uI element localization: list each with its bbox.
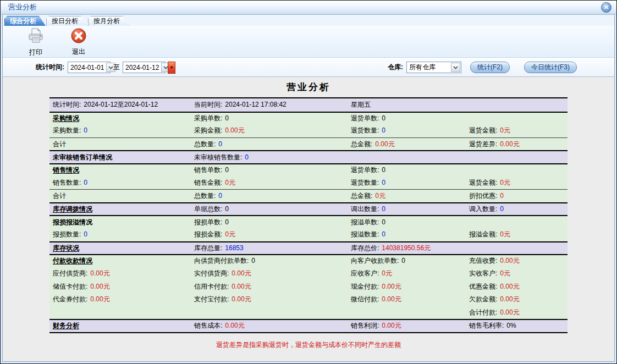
- report-cell: 星期五: [348, 100, 466, 109]
- cell-label: 合计: [53, 140, 66, 148]
- exit-icon: [70, 27, 87, 46]
- cell-value: 0: [382, 230, 385, 238]
- cell-label: 付款收款情况: [53, 257, 92, 264]
- cell-value: 0.00元: [375, 140, 394, 148]
- cell-label: 报损报溢情况: [53, 218, 92, 226]
- cell-value: 0.00元: [500, 308, 519, 316]
- cell-label: 退货金额:: [469, 179, 497, 186]
- report-cell: 总数量:0: [191, 140, 348, 149]
- tab-daily-analysis[interactable]: 按日分析: [46, 16, 87, 26]
- tab-comprehensive-analysis[interactable]: 综合分析: [4, 16, 46, 26]
- report-cell: 充值收费:0.00元: [466, 256, 568, 266]
- cell-label: 储值卡付款:: [53, 283, 87, 290]
- date-picker-button[interactable]: ▼: [168, 62, 175, 74]
- cell-label: 退货单数:: [351, 114, 379, 122]
- date-to-select[interactable]: 2024-01-12: [123, 62, 166, 73]
- cell-value: 0: [245, 153, 249, 161]
- report-cell: 欠款金额:0.00元: [466, 295, 568, 304]
- cell-label: 库存总量:: [194, 244, 222, 252]
- report-cell: 应付供货商:0.00元: [49, 269, 191, 278]
- cell-label: 报损金额:: [194, 230, 222, 238]
- report-cell: 采购单数:0: [191, 114, 348, 123]
- cell-value: 0.00元: [500, 283, 519, 290]
- cell-label: 库存状况: [53, 244, 79, 252]
- report-cell: 库存调拨情况: [49, 205, 191, 214]
- cell-label: 优惠金额:: [469, 283, 497, 290]
- report-cell: 总数量:0: [191, 191, 348, 201]
- cell-label: 支付宝付款:: [194, 295, 229, 303]
- cell-value: 0: [382, 218, 385, 226]
- cell-label: 当前时间:: [194, 101, 222, 108]
- printer-icon: [27, 27, 45, 47]
- cell-label: 未审核销售数量:: [194, 153, 242, 161]
- cell-value: 0.00元: [500, 257, 519, 264]
- report-cell: 报溢单数:0: [348, 218, 466, 227]
- cell-label: 总金额:: [351, 140, 372, 148]
- date-to-value: 2024-01-12: [123, 64, 161, 71]
- tab-strip: 综合分析 按日分析 按月分析: [3, 15, 614, 26]
- cell-label: 报溢金额:: [469, 230, 497, 238]
- report-cell: 销售单数:0: [191, 166, 348, 175]
- report-cell: 应收客户:0元: [348, 269, 466, 278]
- cell-value: 0: [251, 257, 255, 264]
- report-cell: 销售金额:0元: [191, 178, 348, 187]
- stat-button[interactable]: 统计(F2): [470, 62, 510, 73]
- cell-value: 0.00元: [232, 295, 251, 303]
- report-cell: 实付供货商:0.00元: [191, 269, 348, 278]
- report-cell: 付款收款情况: [49, 256, 191, 266]
- report-row: 库存调拨情况单据总数:0调出数量:0调入数量:0: [49, 202, 568, 216]
- cell-label: 未审核销售订单情况: [53, 153, 112, 161]
- report-cell: 报溢数量:0: [348, 230, 466, 239]
- cell-label: 退货数量:: [351, 126, 379, 134]
- cell-label: 销售单数:: [194, 166, 222, 174]
- cell-value: 0: [382, 126, 385, 134]
- cell-label: 退货金额:: [469, 126, 497, 134]
- cell-label: 实收客户:: [469, 269, 497, 277]
- report-cell: 总金额:0元: [348, 191, 466, 201]
- cell-value: 0.00元: [500, 295, 519, 303]
- close-button[interactable]: ✕: [601, 2, 612, 13]
- report-cell: 退货单数:0: [348, 166, 466, 175]
- cell-value: 0: [382, 166, 385, 174]
- report-cell: 退货差异:0.00元: [466, 140, 568, 149]
- chevron-down-icon[interactable]: [451, 63, 460, 72]
- report-row: 报损报溢情况报损单数:0报溢单数:0: [49, 215, 568, 228]
- report-cell: 合计: [49, 191, 191, 201]
- cell-value: 0.00元: [225, 322, 244, 329]
- cell-label: 调入数量:: [469, 205, 497, 213]
- report-cell: 总金额:0.00元: [348, 140, 466, 149]
- date-from-select[interactable]: 2024-01-01: [68, 62, 111, 73]
- cell-value: 140381950.56元: [382, 244, 431, 252]
- cell-value: 0.00元: [382, 283, 401, 290]
- cell-value: 0: [225, 114, 229, 122]
- report-cell: 调入数量:0: [466, 205, 568, 214]
- cell-label: 单据总数:: [194, 205, 222, 213]
- warehouse-select[interactable]: 所有仓库: [406, 62, 461, 73]
- cell-value: 0: [225, 205, 229, 213]
- cell-label: 欠款金额:: [469, 295, 497, 303]
- report-cell: 采购情况: [49, 114, 191, 123]
- report-cell: 库存状况: [49, 244, 191, 253]
- cell-label: 采购单数:: [194, 114, 222, 122]
- cell-value: 0.00元: [90, 269, 109, 277]
- warehouse-label: 仓库:: [388, 63, 403, 72]
- cell-label: 采购金额:: [194, 126, 222, 134]
- report-cell: 库存总价:140381950.56元: [348, 244, 466, 253]
- report-cell: 合计: [49, 140, 191, 149]
- report-cell: 销售数量:0: [49, 178, 191, 187]
- stat-time-label: 统计时间:: [36, 63, 64, 72]
- exit-button[interactable]: 退出: [67, 27, 91, 57]
- tab-monthly-analysis[interactable]: 按月分析: [88, 16, 129, 26]
- triangle-down-icon: ▼: [170, 65, 174, 69]
- cell-value: 0: [84, 179, 87, 186]
- report-row: 统计时间:2024-01-12至2024-01-12当前时间:2024-01-1…: [49, 98, 568, 112]
- cell-label: 向客户收款单数:: [351, 257, 399, 264]
- cell-value: 0元: [382, 269, 392, 277]
- cell-value: 0: [218, 140, 222, 148]
- today-stat-button[interactable]: 今日统计(F3): [524, 62, 577, 73]
- report-cell: 支付宝付款:0.00元: [191, 295, 348, 304]
- report-cell: 现金付款:0.00元: [348, 282, 466, 291]
- print-button[interactable]: 打印: [24, 27, 48, 57]
- report-cell: 退货数量:0: [348, 126, 466, 135]
- window-title: 营业分析: [8, 2, 37, 12]
